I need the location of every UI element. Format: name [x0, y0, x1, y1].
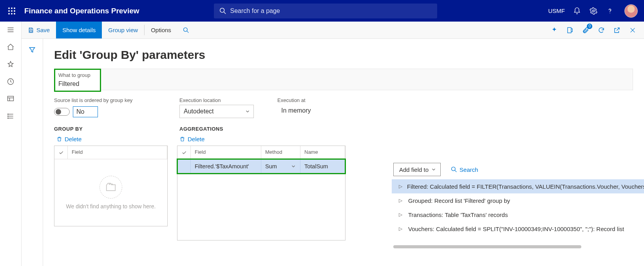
company-picker[interactable]: USMF: [548, 7, 565, 14]
gear-icon[interactable]: [589, 7, 598, 15]
app-launcher-icon[interactable]: [4, 3, 20, 19]
groupby-delete-button[interactable]: Delete: [54, 136, 168, 142]
close-icon[interactable]: [627, 24, 639, 36]
empty-folder-icon: [99, 176, 122, 199]
what-to-group-field[interactable]: What to group Filtered: [54, 69, 101, 92]
groupby-col-field[interactable]: Field: [68, 146, 167, 159]
expand-icon[interactable]: ▷: [399, 226, 403, 231]
what-to-group-label: What to group: [58, 72, 97, 78]
exec-location-value: Autodetect: [184, 108, 214, 115]
agg-row[interactable]: Filtered.'$TaxAmount' Sum TotalSum: [177, 159, 345, 173]
open-in-office-icon[interactable]: [564, 24, 576, 36]
groupby-panel: GROUP BY Delete Field We didn't find any…: [54, 126, 168, 226]
svg-point-14: [183, 27, 187, 31]
source-list-toggle[interactable]: [54, 108, 70, 116]
copilot-icon[interactable]: [548, 24, 560, 36]
agg-row-field[interactable]: Filtered.'$TaxAmount': [191, 159, 261, 173]
expand-icon[interactable]: ▷: [399, 212, 403, 217]
help-icon[interactable]: [606, 7, 614, 15]
chevron-down-icon: [245, 109, 250, 114]
workspaces-icon[interactable]: [6, 95, 15, 103]
groupby-delete-label: Delete: [65, 136, 81, 142]
global-search[interactable]: Search for a page: [214, 4, 437, 18]
ds-item-transactions[interactable]: ▷Transactions: Table 'TaxTrans' records: [392, 208, 644, 222]
svg-point-8: [14, 13, 15, 15]
trash-icon: [179, 136, 185, 142]
left-nav-rail: [0, 22, 22, 266]
datasource-panel: Add field to Search ▷Filtered: Calculate…: [392, 163, 644, 248]
ds-item-filtered[interactable]: ▷Filtered: Calculated field = FILTER(Tra…: [392, 179, 644, 193]
favorites-icon[interactable]: [6, 60, 15, 69]
agg-grid: Field Method Name Filtered.'$TaxAmount' …: [177, 146, 346, 240]
svg-point-12: [610, 13, 610, 13]
ds-search-button[interactable]: Search: [451, 166, 478, 173]
exec-location-dropdown[interactable]: Autodetect: [179, 105, 254, 118]
group-view-button[interactable]: Group view: [102, 22, 144, 38]
popout-icon[interactable]: [611, 24, 623, 36]
svg-point-30: [8, 116, 9, 117]
agg-row-selector[interactable]: [177, 159, 191, 173]
agg-delete-button[interactable]: Delete: [177, 136, 346, 142]
avatar[interactable]: [624, 4, 638, 18]
search-icon: [219, 7, 226, 15]
svg-point-32: [109, 184, 110, 185]
groupby-select-all[interactable]: [54, 146, 68, 159]
chevron-down-icon: [291, 164, 296, 169]
main-content: Edit 'Group By' parameters What to group…: [43, 39, 644, 266]
chevron-down-icon: [431, 167, 436, 172]
actionpane-search-icon[interactable]: [177, 22, 195, 38]
home-icon[interactable]: [6, 43, 15, 51]
ds-item-label: Vouchers: Calculated field = SPLIT("INV-…: [408, 226, 624, 232]
app-title: Finance and Operations Preview: [24, 7, 139, 15]
expand-icon[interactable]: ▷: [399, 184, 402, 189]
options-button[interactable]: Options: [145, 22, 177, 38]
agg-col-field[interactable]: Field: [191, 146, 261, 159]
show-details-button[interactable]: Show details: [56, 22, 102, 38]
page-title: Edit 'Group By' parameters: [54, 48, 633, 62]
agg-col-method[interactable]: Method: [261, 146, 300, 159]
svg-point-29: [8, 114, 9, 115]
top-right-cluster: USMF: [548, 4, 640, 18]
add-field-to-label: Add field to: [399, 166, 429, 173]
agg-select-all[interactable]: [177, 146, 191, 159]
svg-point-0: [8, 7, 10, 9]
add-field-to-button[interactable]: Add field to: [393, 163, 441, 176]
ds-tree: ▷Filtered: Calculated field = FILTER(Tra…: [392, 179, 644, 236]
svg-point-31: [8, 118, 9, 118]
svg-point-33: [110, 184, 111, 184]
svg-point-7: [11, 13, 13, 15]
agg-row-name[interactable]: TotalSum: [300, 159, 345, 173]
ds-item-grouped[interactable]: ▷Grouped: Record list 'Filtered' group b…: [392, 193, 644, 208]
source-list-value[interactable]: No: [73, 106, 98, 117]
svg-line-10: [224, 12, 226, 14]
what-to-group-value: Filtered: [58, 80, 97, 87]
svg-point-34: [112, 184, 113, 185]
groupby-header: GROUP BY: [54, 126, 168, 132]
horizontal-scrollbar[interactable]: [393, 245, 581, 248]
ds-item-label: Transactions: Table 'TaxTrans' records: [408, 211, 508, 218]
attachments-icon[interactable]: 0: [580, 24, 592, 36]
save-label: Save: [36, 27, 50, 33]
what-to-group-input-ext[interactable]: [101, 69, 633, 90]
action-pane: Save Show details Group view Options 0: [0, 22, 644, 39]
save-button[interactable]: Save: [22, 22, 56, 38]
filter-icon[interactable]: [28, 46, 36, 266]
hamburger-icon[interactable]: [6, 26, 15, 34]
groupby-empty-text: We didn't find anything to show here.: [66, 203, 156, 210]
attachments-count: 0: [587, 24, 592, 29]
svg-point-6: [8, 13, 10, 15]
expand-icon[interactable]: ▷: [399, 198, 403, 203]
svg-line-36: [455, 170, 456, 172]
bell-icon[interactable]: [573, 7, 581, 15]
ds-item-label: Grouped: Record list 'Filtered' group by: [408, 197, 510, 204]
agg-col-name[interactable]: Name: [300, 146, 345, 159]
exec-at-label: Execution at: [277, 97, 352, 103]
recent-icon[interactable]: [6, 77, 15, 86]
agg-row-method[interactable]: Sum: [261, 159, 300, 173]
search-icon: [451, 166, 457, 173]
svg-point-11: [593, 10, 595, 12]
refresh-icon[interactable]: [595, 24, 607, 36]
ds-item-vouchers[interactable]: ▷Vouchers: Calculated field = SPLIT("INV…: [392, 222, 644, 236]
modules-icon[interactable]: [6, 112, 15, 120]
svg-rect-23: [8, 96, 14, 101]
